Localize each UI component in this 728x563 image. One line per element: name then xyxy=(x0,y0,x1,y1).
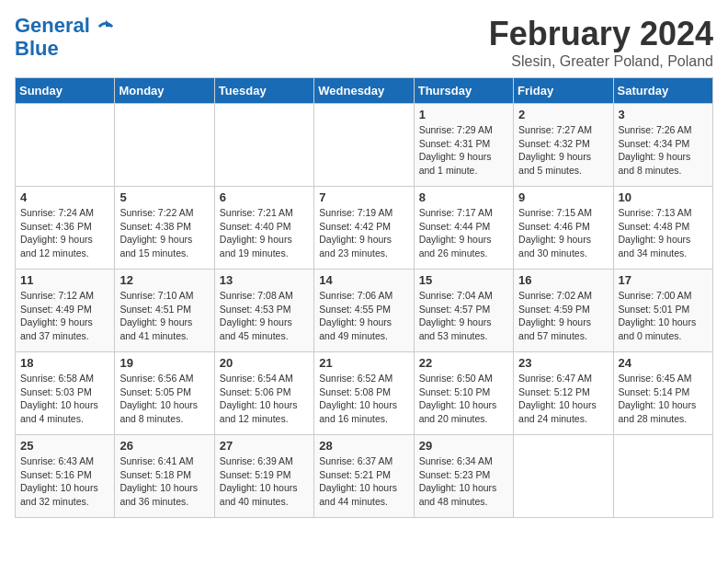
day-info: Sunrise: 6:39 AM Sunset: 5:19 PM Dayligh… xyxy=(220,454,309,509)
day-info: Sunrise: 6:43 AM Sunset: 5:16 PM Dayligh… xyxy=(20,454,109,509)
weekday-header-row: SundayMondayTuesdayWednesdayThursdayFrid… xyxy=(16,78,713,104)
logo: General Blue xyxy=(15,15,114,61)
calendar-cell: 27Sunrise: 6:39 AM Sunset: 5:19 PM Dayli… xyxy=(214,435,313,518)
calendar-cell: 16Sunrise: 7:02 AM Sunset: 4:59 PM Dayli… xyxy=(514,270,613,352)
day-info: Sunrise: 7:02 AM Sunset: 4:59 PM Dayligh… xyxy=(518,289,608,343)
header: General Blue February 2024 Slesin, Great… xyxy=(15,15,713,70)
day-info: Sunrise: 7:21 AM Sunset: 4:40 PM Dayligh… xyxy=(220,206,309,260)
calendar-cell: 4Sunrise: 7:24 AM Sunset: 4:36 PM Daylig… xyxy=(16,187,115,270)
calendar-cell: 17Sunrise: 7:00 AM Sunset: 5:01 PM Dayli… xyxy=(613,270,712,352)
week-row-1: 4Sunrise: 7:24 AM Sunset: 4:36 PM Daylig… xyxy=(16,187,713,270)
week-row-3: 18Sunrise: 6:58 AM Sunset: 5:03 PM Dayli… xyxy=(16,352,713,435)
weekday-header-sunday: Sunday xyxy=(16,78,115,104)
day-info: Sunrise: 7:06 AM Sunset: 4:55 PM Dayligh… xyxy=(319,289,408,343)
calendar-cell: 2Sunrise: 7:27 AM Sunset: 4:32 PM Daylig… xyxy=(514,104,613,187)
day-number: 12 xyxy=(119,273,209,287)
weekday-header-wednesday: Wednesday xyxy=(314,78,414,104)
day-number: 28 xyxy=(319,439,408,453)
calendar-cell: 7Sunrise: 7:19 AM Sunset: 4:42 PM Daylig… xyxy=(314,187,414,270)
weekday-header-thursday: Thursday xyxy=(414,78,513,104)
day-info: Sunrise: 7:22 AM Sunset: 4:38 PM Dayligh… xyxy=(119,206,209,260)
weekday-header-friday: Friday xyxy=(514,78,613,104)
calendar-cell: 25Sunrise: 6:43 AM Sunset: 5:16 PM Dayli… xyxy=(16,435,115,518)
day-info: Sunrise: 6:45 AM Sunset: 5:14 PM Dayligh… xyxy=(619,372,708,426)
day-number: 13 xyxy=(220,273,309,287)
calendar-cell: 13Sunrise: 7:08 AM Sunset: 4:53 PM Dayli… xyxy=(214,270,313,352)
day-number: 20 xyxy=(220,356,309,370)
day-info: Sunrise: 7:24 AM Sunset: 4:36 PM Dayligh… xyxy=(20,206,109,260)
calendar-cell: 15Sunrise: 7:04 AM Sunset: 4:57 PM Dayli… xyxy=(414,270,513,352)
day-number: 23 xyxy=(518,356,608,370)
week-row-2: 11Sunrise: 7:12 AM Sunset: 4:49 PM Dayli… xyxy=(16,270,713,352)
day-number: 21 xyxy=(319,356,408,370)
calendar-cell: 12Sunrise: 7:10 AM Sunset: 4:51 PM Dayli… xyxy=(115,270,214,352)
calendar-cell: 18Sunrise: 6:58 AM Sunset: 5:03 PM Dayli… xyxy=(16,352,115,435)
logo-text: General xyxy=(15,15,114,37)
calendar-title: February 2024 xyxy=(489,15,713,53)
calendar-cell: 11Sunrise: 7:12 AM Sunset: 4:49 PM Dayli… xyxy=(16,270,115,352)
day-info: Sunrise: 6:56 AM Sunset: 5:05 PM Dayligh… xyxy=(119,372,209,426)
day-info: Sunrise: 7:26 AM Sunset: 4:34 PM Dayligh… xyxy=(619,123,708,178)
day-info: Sunrise: 7:29 AM Sunset: 4:31 PM Dayligh… xyxy=(419,123,508,178)
day-info: Sunrise: 7:04 AM Sunset: 4:57 PM Dayligh… xyxy=(419,289,508,343)
day-info: Sunrise: 7:17 AM Sunset: 4:44 PM Dayligh… xyxy=(419,206,508,260)
calendar-cell xyxy=(214,104,313,187)
calendar-cell: 21Sunrise: 6:52 AM Sunset: 5:08 PM Dayli… xyxy=(314,352,414,435)
calendar-cell: 5Sunrise: 7:22 AM Sunset: 4:38 PM Daylig… xyxy=(115,187,214,270)
day-number: 14 xyxy=(319,273,408,287)
week-row-4: 25Sunrise: 6:43 AM Sunset: 5:16 PM Dayli… xyxy=(16,435,713,518)
day-number: 3 xyxy=(619,108,708,121)
weekday-header-saturday: Saturday xyxy=(613,78,712,104)
day-info: Sunrise: 7:13 AM Sunset: 4:48 PM Dayligh… xyxy=(619,206,708,260)
day-number: 18 xyxy=(20,356,109,370)
calendar-cell xyxy=(514,435,613,518)
calendar-cell: 9Sunrise: 7:15 AM Sunset: 4:46 PM Daylig… xyxy=(514,187,613,270)
calendar-cell: 23Sunrise: 6:47 AM Sunset: 5:12 PM Dayli… xyxy=(514,352,613,435)
day-number: 16 xyxy=(518,273,608,287)
day-info: Sunrise: 7:19 AM Sunset: 4:42 PM Dayligh… xyxy=(319,206,408,260)
calendar-subtitle: Slesin, Greater Poland, Poland xyxy=(489,53,713,70)
day-info: Sunrise: 6:58 AM Sunset: 5:03 PM Dayligh… xyxy=(20,372,109,426)
day-info: Sunrise: 6:37 AM Sunset: 5:21 PM Dayligh… xyxy=(319,454,408,509)
calendar-cell: 28Sunrise: 6:37 AM Sunset: 5:21 PM Dayli… xyxy=(314,435,414,518)
day-number: 8 xyxy=(419,190,508,204)
day-number: 24 xyxy=(619,356,708,370)
day-number: 9 xyxy=(518,190,608,204)
day-info: Sunrise: 7:15 AM Sunset: 4:46 PM Dayligh… xyxy=(518,206,608,260)
day-number: 6 xyxy=(220,190,309,204)
calendar-cell: 6Sunrise: 7:21 AM Sunset: 4:40 PM Daylig… xyxy=(214,187,313,270)
calendar-cell: 8Sunrise: 7:17 AM Sunset: 4:44 PM Daylig… xyxy=(414,187,513,270)
calendar-cell xyxy=(314,104,414,187)
day-info: Sunrise: 7:12 AM Sunset: 4:49 PM Dayligh… xyxy=(20,289,109,343)
day-info: Sunrise: 6:41 AM Sunset: 5:18 PM Dayligh… xyxy=(119,454,209,509)
day-info: Sunrise: 6:34 AM Sunset: 5:23 PM Dayligh… xyxy=(419,454,508,509)
day-number: 10 xyxy=(619,190,708,204)
calendar-cell xyxy=(613,435,712,518)
logo-blue: Blue xyxy=(15,37,114,61)
day-number: 5 xyxy=(119,190,209,204)
day-number: 22 xyxy=(419,356,508,370)
day-info: Sunrise: 6:52 AM Sunset: 5:08 PM Dayligh… xyxy=(319,372,408,426)
weekday-header-monday: Monday xyxy=(115,78,214,104)
day-number: 15 xyxy=(419,273,508,287)
calendar-cell xyxy=(115,104,214,187)
day-number: 25 xyxy=(20,439,109,453)
day-info: Sunrise: 7:10 AM Sunset: 4:51 PM Dayligh… xyxy=(119,289,209,343)
day-number: 26 xyxy=(119,439,209,453)
calendar-cell: 1Sunrise: 7:29 AM Sunset: 4:31 PM Daylig… xyxy=(414,104,513,187)
day-number: 29 xyxy=(419,439,508,453)
calendar-cell: 22Sunrise: 6:50 AM Sunset: 5:10 PM Dayli… xyxy=(414,352,513,435)
day-number: 2 xyxy=(518,108,608,121)
day-info: Sunrise: 7:08 AM Sunset: 4:53 PM Dayligh… xyxy=(220,289,309,343)
calendar-cell: 19Sunrise: 6:56 AM Sunset: 5:05 PM Dayli… xyxy=(115,352,214,435)
day-info: Sunrise: 7:00 AM Sunset: 5:01 PM Dayligh… xyxy=(619,289,708,343)
day-number: 27 xyxy=(220,439,309,453)
calendar-cell xyxy=(16,104,115,187)
day-info: Sunrise: 6:50 AM Sunset: 5:10 PM Dayligh… xyxy=(419,372,508,426)
title-block: February 2024 Slesin, Greater Poland, Po… xyxy=(489,15,713,70)
calendar-cell: 20Sunrise: 6:54 AM Sunset: 5:06 PM Dayli… xyxy=(214,352,313,435)
weekday-header-tuesday: Tuesday xyxy=(214,78,313,104)
day-number: 1 xyxy=(419,108,508,121)
day-number: 11 xyxy=(20,273,109,287)
day-info: Sunrise: 7:27 AM Sunset: 4:32 PM Dayligh… xyxy=(518,123,608,178)
